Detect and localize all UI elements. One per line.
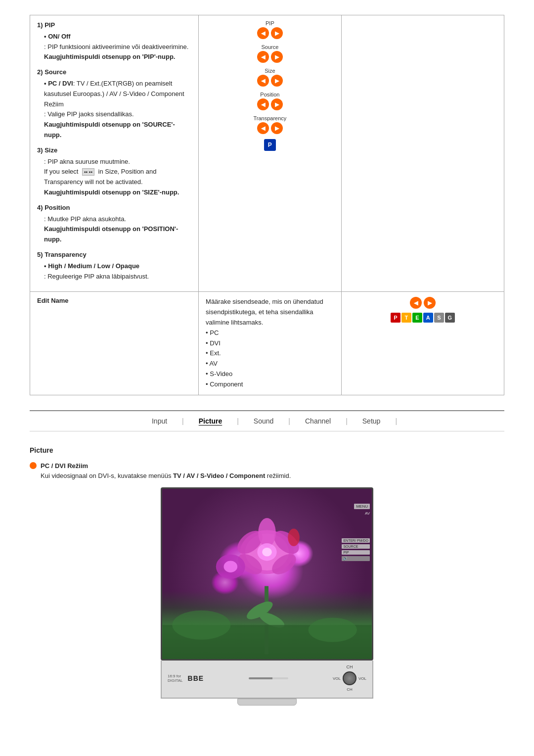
edit-name-item: • S-Video xyxy=(206,369,334,379)
position-section-title: 4) Position xyxy=(37,203,191,213)
edit-name-item: • Component xyxy=(206,379,334,390)
size-note-text: If you select xyxy=(44,168,78,175)
pip-arrows-position: ◀ ▶ xyxy=(204,98,336,110)
btn-t[interactable]: T xyxy=(401,313,411,323)
position-key: Kaugjuhtimispuldi otsenupp on 'POSITION'… xyxy=(44,225,178,243)
transparency-right-arrow[interactable]: ▶ xyxy=(271,122,283,134)
size-section-title: 3) Size xyxy=(37,145,191,156)
vol-icon-overlay[interactable]: 🔊 xyxy=(342,556,370,561)
pip-right-arrow[interactable]: ▶ xyxy=(271,27,283,39)
tv-body: 16:9 for DIGITAL BBE CH VOL VOL xyxy=(161,661,373,699)
pip-row: 1) PIP • ON/ Off : PIP funktsiooni aktiv… xyxy=(30,15,504,292)
position-label: Position xyxy=(204,92,336,97)
svg-point-16 xyxy=(172,611,230,640)
p-button[interactable]: P xyxy=(264,139,276,151)
transparency-desc: : Reguleerige PIP akna läbipaistvust. xyxy=(44,272,191,282)
svg-point-7 xyxy=(258,518,275,547)
picture-title: Picture xyxy=(30,446,504,454)
pip-icons-cell: PIP ◀ ▶ Source ◀ ▶ Size xyxy=(199,15,342,292)
transparency-left-arrow[interactable]: ◀ xyxy=(257,122,269,134)
nav-channel[interactable]: Channel xyxy=(290,415,346,427)
source-section-title: 2) Source xyxy=(37,67,191,78)
tv-ch-label-bottom: CH xyxy=(347,687,353,692)
edit-name-item: • PC xyxy=(206,328,334,338)
pip-section-5: 5) Transparency • High / Medium / Low / … xyxy=(37,250,191,282)
transparency-label: Transparency xyxy=(204,115,336,121)
pip-arrows-transparency: ◀ ▶ xyxy=(204,122,336,134)
edit-name-content: Määrake sisendseade, mis on ühendatud si… xyxy=(199,292,342,395)
pc-dvi-text: PC / DVI Režiim Kui videosignaal on DVI-… xyxy=(41,461,291,482)
tv-screen-bg: MENU AV ENTER/ PM/DO SOURCE PIP 🔊 xyxy=(162,489,372,659)
pip-content-cell: 1) PIP • ON/ Off : PIP funktsiooni aktiv… xyxy=(30,15,199,292)
size-label: Size xyxy=(204,68,336,74)
enter-btn-overlay[interactable]: ENTER/ PM/DO xyxy=(342,538,370,543)
size-right-arrow[interactable]: ▶ xyxy=(271,75,283,87)
source-key: Kaugjuhtimispuldi otsenupp on 'SOURCE'-n… xyxy=(44,121,175,139)
tv-brand-logo: BBE xyxy=(188,674,204,682)
edit-name-item: • AV xyxy=(206,359,334,369)
main-table: 1) PIP • ON/ Off : PIP funktsiooni aktiv… xyxy=(30,15,504,395)
pip-icon-position: Position ◀ ▶ xyxy=(204,92,336,110)
pc-dvi-modes: TV / AV / S-Video / Component xyxy=(173,472,265,479)
edit-name-right-arrow[interactable]: ▶ xyxy=(424,297,436,309)
pip-on-off-label: • ON/ Off xyxy=(44,33,71,40)
tv-ch-label: CH xyxy=(346,664,353,669)
tv-screen: MENU AV ENTER/ PM/DO SOURCE PIP 🔊 xyxy=(161,487,373,661)
edit-name-arrows: ◀ ▶ xyxy=(347,297,499,309)
edit-name-row: Edit Name Määrake sisendseade, mis on üh… xyxy=(30,292,504,395)
edit-name-left-arrow[interactable]: ◀ xyxy=(410,297,422,309)
pc-dvi-row: PC / DVI Režiim Kui videosignaal on DVI-… xyxy=(30,461,504,482)
source-note: : Valige PIP jaoks sisendallikas. xyxy=(44,109,191,120)
svg-point-13 xyxy=(224,561,238,573)
position-right-arrow[interactable]: ▶ xyxy=(271,98,283,110)
pip-icon-transparency: Transparency ◀ ▶ xyxy=(204,115,336,134)
tv-vol-label-left: VOL xyxy=(333,676,341,681)
btn-a[interactable]: A xyxy=(423,313,433,323)
transparency-section-title: 5) Transparency xyxy=(37,250,191,260)
tv-dial[interactable] xyxy=(343,671,356,685)
pip-arrows-source: ◀ ▶ xyxy=(204,51,336,63)
picture-section: Picture PC / DVI Režiim Kui videosignaal… xyxy=(30,446,504,706)
pip-arrows-pip: ◀ ▶ xyxy=(204,27,336,39)
pip-section-4: 4) Position : Muutke PIP akna asukohta. … xyxy=(37,203,191,245)
tv-logo-text: 16:9 for xyxy=(168,674,181,678)
source-right-arrow[interactable]: ▶ xyxy=(271,51,283,63)
position-desc: : Muutke PIP akna asukohta. xyxy=(44,214,191,225)
btn-p[interactable]: P xyxy=(391,313,400,323)
btn-s[interactable]: S xyxy=(434,313,444,323)
btn-e[interactable]: E xyxy=(412,313,422,323)
orange-circle-icon xyxy=(30,462,37,469)
tv-image-container: MENU AV ENTER/ PM/DO SOURCE PIP 🔊 16:9 f… xyxy=(161,487,373,706)
nav-bar: Input | Picture | Sound | Channel | Setu… xyxy=(30,410,504,431)
tv-controls: CH VOL VOL CH xyxy=(333,664,366,692)
pip-btn-overlay[interactable]: PIP xyxy=(342,550,370,555)
position-left-arrow[interactable]: ◀ xyxy=(257,98,269,110)
nav-setup[interactable]: Setup xyxy=(348,415,396,427)
nav-sound[interactable]: Sound xyxy=(239,415,288,427)
pc-dvi-suffix: režiimid. xyxy=(267,472,291,479)
pip-left-arrow[interactable]: ◀ xyxy=(257,27,269,39)
source-bullet: • PC / DVI xyxy=(44,80,73,87)
svg-point-11 xyxy=(262,548,272,557)
btn-g[interactable]: G xyxy=(445,313,455,323)
pip-icon-source: Source ◀ ▶ xyxy=(204,44,336,63)
source-label: Source xyxy=(204,44,336,50)
source-btn-overlay[interactable]: SOURCE xyxy=(342,544,370,549)
p-button-container: P xyxy=(204,139,336,151)
transparency-bullet: • High / Medium / Low / Opaque xyxy=(44,262,139,270)
source-left-arrow[interactable]: ◀ xyxy=(257,51,269,63)
nav-input[interactable]: Input xyxy=(137,415,182,427)
nav-picture[interactable]: Picture xyxy=(184,415,237,427)
size-key: Kaugjuhtimispuldi otsenupp on 'SIZE'-nup… xyxy=(44,189,179,196)
menu-btn-overlay[interactable]: MENU xyxy=(354,504,370,509)
pip-section-2: 2) Source • PC / DVI: TV / Ext.(EXT(RGB)… xyxy=(37,67,191,141)
edit-name-desc: Määrake sisendseade, mis on ühendatud si… xyxy=(206,297,334,328)
pip-icon-size: Size ◀ ▶ xyxy=(204,68,336,87)
pip-label: PIP xyxy=(204,20,336,26)
svg-point-17 xyxy=(309,618,357,642)
size-left-arrow[interactable]: ◀ xyxy=(257,75,269,87)
tv-overlay-buttons: MENU AV xyxy=(354,504,370,516)
svg-point-14 xyxy=(288,529,300,546)
pc-dvi-desc: Kui videosignaal on DVI-s, kuvatakse men… xyxy=(41,472,171,479)
tv-stand xyxy=(237,699,297,706)
